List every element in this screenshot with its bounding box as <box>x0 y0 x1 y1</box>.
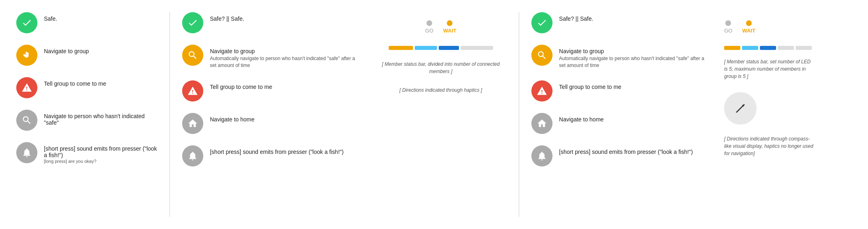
bell-main-1: [short press] sound emits from presser (… <box>44 145 157 158</box>
safe-label-1: Safe. <box>44 15 57 22</box>
safe-label-3: Safe? || Safe. <box>559 15 593 22</box>
column-1: Safe. Navigate to group Tell group to co… <box>8 12 165 217</box>
compass-arrow-icon <box>732 100 748 117</box>
safe-icon-2 <box>182 12 203 33</box>
go-wait-1: GO WAIT <box>425 20 457 34</box>
tell-group-label-2: Tell group to come to me <box>210 84 272 90</box>
item-nav-home-3: Navigate to home <box>531 113 708 134</box>
wait-indicator-2: WAIT <box>742 20 755 34</box>
led-seg-gray2 <box>796 46 812 50</box>
go-label-2: GO <box>724 28 732 34</box>
item-bell-3: [short press] sound emits from presser (… <box>531 145 708 166</box>
search-icon-2 <box>182 45 203 66</box>
bell-icon-3 <box>531 145 553 166</box>
led-bar-2 <box>724 46 812 50</box>
haptics-note-1: [ Directions indicated through haptics ] <box>399 87 482 93</box>
column-3: Safe? || Safe. Navigate to group Automat… <box>523 12 716 217</box>
bell-main-2: [short press] sound emits from presser (… <box>210 149 344 155</box>
led-seg-blue2 <box>760 46 776 50</box>
main-layout: Safe. Navigate to group Tell group to co… <box>0 0 868 229</box>
bell-small-1: [long press] are you okay? <box>44 159 157 164</box>
middle-section-1: GO WAIT [ Member status bar, divided int… <box>367 12 515 217</box>
middle-section-2: GO WAIT [ Member status bar, set number … <box>716 12 860 217</box>
warning-icon-2 <box>182 80 203 102</box>
compass-circle <box>724 92 757 125</box>
item-nav-group-2: Navigate to group Automatically navigate… <box>182 45 359 69</box>
safe-label-2: Safe? || Safe. <box>210 15 244 22</box>
led-description: [ Member status bar, set number of LED i… <box>724 58 814 80</box>
search-icon-3 <box>531 45 553 66</box>
led-seg-yellow <box>724 46 740 50</box>
column-2: Safe? || Safe. Navigate to group Automat… <box>174 12 367 217</box>
bar-seg-gray-1 <box>461 46 493 50</box>
bar-seg-blue2-1 <box>439 46 459 50</box>
item-nav-person-1: Navigate to person who hasn't indicated … <box>16 110 157 131</box>
warning-icon-1 <box>16 77 37 98</box>
go-indicator-2: GO <box>724 20 732 34</box>
nav-person-label-1: Navigate to person who hasn't indicated … <box>44 113 157 126</box>
safe-icon-3 <box>531 12 553 33</box>
item-nav-group-3: Navigate to group Automatically navigate… <box>531 45 708 69</box>
item-safe-2: Safe? || Safe. <box>182 12 359 33</box>
home-icon-3 <box>531 113 553 134</box>
bar-seg-yellow-1 <box>389 46 413 50</box>
go-wait-2: GO WAIT <box>724 20 755 34</box>
nav-home-label-3: Navigate to home <box>559 116 604 123</box>
wait-label-2: WAIT <box>742 28 755 34</box>
divider-2 <box>519 12 519 217</box>
led-seg-gray <box>778 46 794 50</box>
item-tell-group-2: Tell group to come to me <box>182 80 359 102</box>
item-bell-2: [short press] sound emits from presser (… <box>182 145 359 166</box>
member-caption-1: [ Member status bar, divided into number… <box>379 60 503 75</box>
wait-indicator-1: WAIT <box>443 20 457 34</box>
item-safe-1: Safe. <box>16 12 157 33</box>
item-tell-group-1: Tell group to come to me <box>16 77 157 98</box>
directions-note-2: [ Directions indicated through compass-l… <box>724 135 814 157</box>
go-dot-1 <box>426 20 432 26</box>
bell-main-3: [short press] sound emits from presser (… <box>559 149 693 155</box>
wait-dot-1 <box>447 20 452 26</box>
member-bar-1 <box>389 46 493 50</box>
tell-group-label-3: Tell group to come to me <box>559 84 621 90</box>
divider-1 <box>170 12 170 217</box>
hand-icon-1 <box>16 45 37 66</box>
go-label-1: GO <box>425 28 433 34</box>
item-tell-group-3: Tell group to come to me <box>531 80 708 102</box>
nav-home-label-2: Navigate to home <box>210 116 255 123</box>
nav-group-sub-3: Automatically navigate to person who has… <box>559 55 708 69</box>
home-icon-2 <box>182 113 203 134</box>
nav-group-label-3: Navigate to group <box>559 48 708 54</box>
nav-group-sub-2: Automatically navigate to person who has… <box>210 55 359 69</box>
safe-icon-1 <box>16 12 37 33</box>
search-icon-1 <box>16 110 37 131</box>
go-indicator-1: GO <box>425 20 433 34</box>
bar-seg-blue-1 <box>415 46 437 50</box>
nav-group-label-1: Navigate to group <box>44 48 89 54</box>
wait-label-1: WAIT <box>443 28 457 34</box>
go-dot-2 <box>725 20 731 26</box>
item-nav-home-2: Navigate to home <box>182 113 359 134</box>
item-safe-3: Safe? || Safe. <box>531 12 708 33</box>
warning-icon-3 <box>531 80 553 102</box>
nav-group-label-2: Navigate to group <box>210 48 359 54</box>
item-bell-1: [short press] sound emits from presser (… <box>16 142 157 164</box>
bell-icon-2 <box>182 145 203 166</box>
item-nav-group-1: Navigate to group <box>16 45 157 66</box>
wait-dot-2 <box>746 20 752 26</box>
bell-icon-1 <box>16 142 37 163</box>
tell-group-label-1: Tell group to come to me <box>44 80 106 87</box>
led-seg-blue <box>742 46 758 50</box>
